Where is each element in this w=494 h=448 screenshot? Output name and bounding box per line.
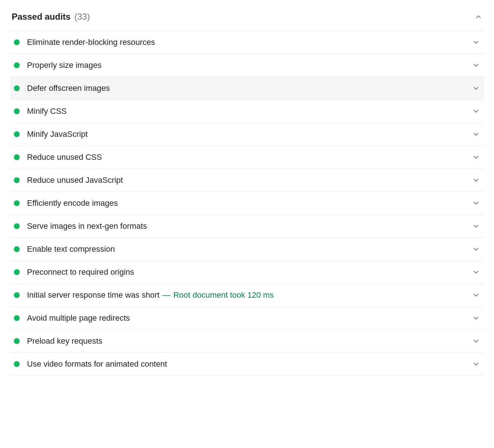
audit-row[interactable]: Minify CSS — [10, 100, 484, 123]
chevron-down-icon — [472, 199, 480, 207]
pass-status-icon — [14, 154, 20, 160]
audit-label: Reduce unused CSS — [27, 152, 472, 162]
audit-row[interactable]: Reduce unused JavaScript — [10, 169, 484, 192]
chevron-down-icon — [472, 84, 480, 92]
audit-label: Reduce unused JavaScript — [27, 175, 472, 185]
audit-row[interactable]: Serve images in next-gen formats — [10, 215, 484, 238]
audit-label-text: Properly size images — [27, 61, 101, 70]
audit-detail-text: Root document took 120 ms — [173, 290, 274, 300]
audit-detail-dash: — — [162, 290, 170, 300]
chevron-down-icon — [472, 314, 480, 322]
chevron-down-icon — [472, 268, 480, 276]
section-title: Passed audits — [12, 12, 70, 22]
audit-label-text: Serve images in next-gen formats — [27, 221, 147, 231]
audit-label: Avoid multiple page redirects — [27, 313, 472, 323]
audit-label: Minify JavaScript — [27, 130, 472, 139]
audit-label-text: Initial server response time was short — [27, 290, 159, 300]
audit-label: Preload key requests — [27, 336, 472, 346]
pass-status-icon — [14, 223, 20, 229]
chevron-down-icon — [472, 176, 480, 184]
pass-status-icon — [14, 246, 20, 252]
audit-row[interactable]: Enable text compression — [10, 238, 484, 261]
chevron-up-icon — [474, 13, 482, 21]
audit-label-text: Avoid multiple page redirects — [27, 313, 130, 323]
chevron-down-icon — [472, 337, 480, 345]
audit-label: Preconnect to required origins — [27, 267, 472, 277]
pass-status-icon — [14, 108, 20, 114]
audit-row[interactable]: Defer offscreen images — [10, 77, 484, 100]
pass-status-icon — [14, 39, 20, 45]
audit-row[interactable]: Use video formats for animated content — [10, 353, 484, 376]
audit-row[interactable]: Eliminate render-blocking resources — [10, 31, 484, 54]
audit-row[interactable]: Properly size images — [10, 54, 484, 77]
audit-label-text: Minify JavaScript — [27, 130, 88, 139]
pass-status-icon — [14, 315, 20, 321]
audit-label: Initial server response time was short—R… — [27, 290, 472, 300]
chevron-down-icon — [472, 130, 480, 138]
section-count: (33) — [74, 12, 90, 22]
audit-label-text: Enable text compression — [27, 244, 115, 254]
audit-label: Efficiently encode images — [27, 198, 472, 208]
section-title-wrap: Passed audits (33) — [12, 12, 90, 22]
audit-label-text: Efficiently encode images — [27, 198, 118, 208]
audit-label-text: Preconnect to required origins — [27, 267, 134, 277]
pass-status-icon — [14, 85, 20, 91]
audit-list: Eliminate render-blocking resourcesPrope… — [10, 31, 484, 376]
pass-status-icon — [14, 292, 20, 298]
audit-row[interactable]: Preconnect to required origins — [10, 261, 484, 284]
audit-row[interactable]: Avoid multiple page redirects — [10, 307, 484, 330]
passed-audits-header[interactable]: Passed audits (33) — [10, 9, 484, 31]
audit-label: Use video formats for animated content — [27, 359, 472, 369]
audit-label: Serve images in next-gen formats — [27, 221, 472, 231]
audit-label-text: Defer offscreen images — [27, 84, 110, 93]
pass-status-icon — [14, 131, 20, 137]
chevron-down-icon — [472, 360, 480, 368]
audit-label: Minify CSS — [27, 107, 472, 116]
chevron-down-icon — [472, 291, 480, 299]
pass-status-icon — [14, 62, 20, 68]
pass-status-icon — [14, 338, 20, 344]
pass-status-icon — [14, 269, 20, 275]
audit-row[interactable]: Minify JavaScript — [10, 123, 484, 146]
audit-row[interactable]: Reduce unused CSS — [10, 146, 484, 169]
pass-status-icon — [14, 361, 20, 367]
chevron-down-icon — [472, 222, 480, 230]
audit-label: Properly size images — [27, 61, 472, 70]
chevron-down-icon — [472, 61, 480, 69]
audit-row[interactable]: Efficiently encode images — [10, 192, 484, 215]
audit-label-text: Preload key requests — [27, 336, 103, 346]
pass-status-icon — [14, 177, 20, 183]
audit-label-text: Eliminate render-blocking resources — [27, 38, 155, 47]
audit-label-text: Reduce unused CSS — [27, 152, 102, 162]
chevron-down-icon — [472, 153, 480, 161]
pass-status-icon — [14, 200, 20, 206]
audit-row[interactable]: Initial server response time was short—R… — [10, 284, 484, 307]
audit-label-text: Minify CSS — [27, 107, 67, 116]
audit-label: Enable text compression — [27, 244, 472, 254]
audit-row[interactable]: Preload key requests — [10, 330, 484, 353]
chevron-down-icon — [472, 107, 480, 115]
audit-label: Eliminate render-blocking resources — [27, 38, 472, 47]
chevron-down-icon — [472, 245, 480, 253]
chevron-down-icon — [472, 38, 480, 46]
audit-label-text: Use video formats for animated content — [27, 359, 167, 369]
audit-label-text: Reduce unused JavaScript — [27, 175, 123, 185]
audit-label: Defer offscreen images — [27, 84, 472, 93]
